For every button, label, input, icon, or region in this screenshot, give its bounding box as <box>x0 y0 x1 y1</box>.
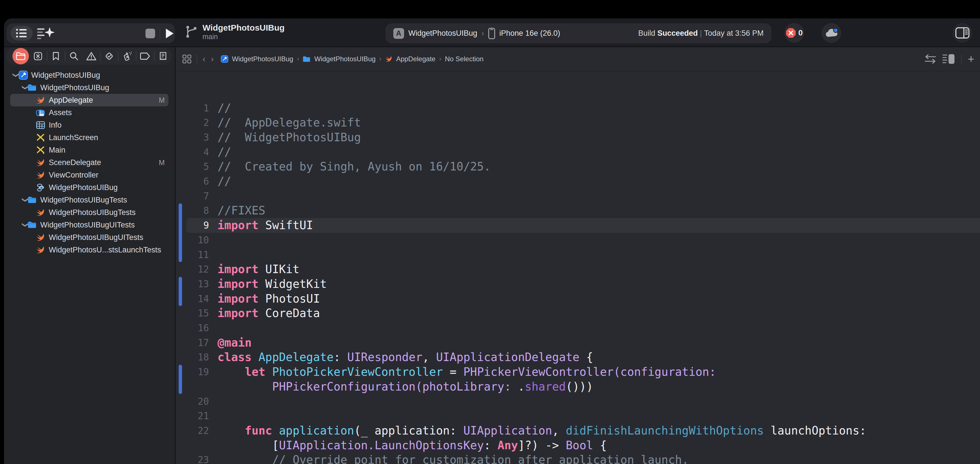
code-row[interactable]: 15import CoreData <box>175 306 980 321</box>
line-number[interactable]: 4 <box>175 145 209 159</box>
code-line[interactable]: //FIXES <box>218 203 977 218</box>
code-line[interactable]: import CoreData <box>218 306 977 321</box>
breadcrumb-item[interactable]: AppDelegate <box>396 55 436 63</box>
line-number[interactable]: 10 <box>175 233 209 247</box>
navigator-tab-project-navigator[interactable] <box>12 47 29 65</box>
issues-button[interactable]: 0 <box>784 23 804 43</box>
line-number[interactable]: 13 <box>175 277 209 292</box>
code-line[interactable]: import PhotosUI <box>218 292 977 306</box>
line-number[interactable]: 5 <box>175 159 209 174</box>
breadcrumb-item[interactable]: WidgetPhotosUIBug <box>232 55 293 63</box>
code-row[interactable]: 4// <box>175 145 980 159</box>
code-row[interactable]: 22 func application(_ application: UIApp… <box>175 423 980 438</box>
code-line[interactable]: // Created by Singh, Ayush on 16/10/25. <box>218 159 977 174</box>
line-number[interactable]: 11 <box>175 247 209 262</box>
line-number[interactable]: 8 <box>175 203 209 218</box>
line-number[interactable]: 9 <box>175 218 209 233</box>
line-number[interactable]: 1 <box>175 101 209 116</box>
file-row-WidgetPhotosUIBug[interactable]: ❯WidgetPhotosUIBug <box>4 69 175 81</box>
code-line[interactable]: import SwiftUI <box>218 218 977 233</box>
line-number[interactable]: 21 <box>175 409 209 423</box>
add-editor-button[interactable]: + <box>968 53 974 65</box>
code-row[interactable]: 11 <box>175 247 980 262</box>
line-number[interactable]: 20 <box>175 394 209 409</box>
code-row[interactable]: 20 <box>175 394 980 409</box>
code-line[interactable]: let PhotoPickerViewController = PHPicker… <box>218 365 977 379</box>
code-area[interactable]: 1//2// AppDelegate.swift3// WidgetPhotos… <box>175 71 980 464</box>
line-number[interactable]: 15 <box>175 306 209 321</box>
code-line[interactable]: // Override point for customization afte… <box>218 453 977 464</box>
stop-button[interactable] <box>145 29 155 38</box>
code-row[interactable]: 18class AppDelegate: UIResponder, UIAppl… <box>175 350 980 365</box>
code-line[interactable]: // WidgetPhotosUIBug <box>218 130 977 145</box>
code-line[interactable]: import WidgetKit <box>218 277 977 292</box>
file-row-WidgetPhotosUIBug[interactable]: eWidgetPhotosUIBug <box>4 181 175 194</box>
breadcrumb-item[interactable]: No Selection <box>445 55 484 63</box>
file-row-WidgetPhotosUIBugTests[interactable]: ❯WidgetPhotosUIBugTests <box>4 194 175 206</box>
file-row-WidgetPhotosUIBugUITests[interactable]: WidgetPhotosUIBugUITests <box>4 231 175 244</box>
line-number[interactable]: 17 <box>175 335 209 350</box>
code-line[interactable]: // <box>218 101 977 116</box>
code-row[interactable]: 1// <box>175 101 980 116</box>
file-row-Info[interactable]: Info <box>4 119 175 131</box>
file-row-ViewController[interactable]: ViewController <box>4 169 175 181</box>
line-number[interactable]: 16 <box>175 321 209 335</box>
code-row[interactable]: 17@main <box>175 335 980 350</box>
line-number[interactable]: 19 <box>175 365 209 379</box>
file-row-Assets[interactable]: Assets <box>4 106 175 119</box>
line-number[interactable]: 22 <box>175 423 209 438</box>
build-status[interactable]: Build Succeeded | Today at 3:56 PM <box>638 24 764 43</box>
target-name[interactable]: WidgetPhotosUIBug <box>408 29 477 38</box>
code-review-icon[interactable] <box>925 54 936 64</box>
code-row[interactable]: 19 let PhotoPickerViewController = PHPic… <box>175 365 980 379</box>
line-number[interactable]: 2 <box>175 115 209 130</box>
code-row[interactable]: 8//FIXES <box>175 203 980 218</box>
navigator-tab-debug[interactable] <box>119 47 136 65</box>
code-line[interactable]: @main <box>218 335 977 350</box>
code-row[interactable]: 14import PhotosUI <box>175 292 980 306</box>
code-row[interactable]: 3// WidgetPhotosUIBug <box>175 130 980 145</box>
line-number[interactable]: 14 <box>175 292 209 306</box>
code-line[interactable]: // AppDelegate.swift <box>218 115 977 130</box>
code-row[interactable]: 5// Created by Singh, Ayush on 16/10/25. <box>175 159 980 174</box>
navigator-tab-bookmarks[interactable] <box>47 47 65 65</box>
code-row[interactable]: 21 <box>175 409 980 423</box>
cloud-status-button[interactable] <box>822 23 841 43</box>
line-number[interactable]: 3 <box>175 130 209 145</box>
line-number[interactable]: 7 <box>175 189 209 204</box>
code-row[interactable]: 6// <box>175 174 980 189</box>
code-row[interactable]: 9import SwiftUI <box>175 218 980 233</box>
run-destination[interactable]: iPhone 16e (26.0) <box>500 29 560 38</box>
breadcrumb-item[interactable]: WidgetPhotosUIBug <box>314 55 375 63</box>
navigator-tab-breakpoints[interactable] <box>137 47 154 65</box>
inspector-toggle-button[interactable] <box>953 23 972 43</box>
target-app-icon[interactable]: A <box>393 28 404 39</box>
file-row-AppDelegate[interactable]: AppDelegateM <box>4 94 175 106</box>
code-line[interactable]: // <box>218 145 977 159</box>
code-line[interactable]: [UIApplication.LaunchOptionsKey: Any]?) … <box>218 438 977 453</box>
code-row[interactable]: 16 <box>175 321 980 335</box>
related-items-icon[interactable] <box>182 54 191 64</box>
navigator-tab-reports[interactable] <box>154 47 172 65</box>
line-number[interactable]: 12 <box>175 262 209 277</box>
code-row[interactable]: 2// AppDelegate.swift <box>175 115 980 130</box>
file-row-WidgetPhotosUIBug[interactable]: ❯WidgetPhotosUIBug <box>4 81 175 94</box>
scheme-section[interactable]: WidgetPhotosUIBug main <box>185 23 285 41</box>
code-line[interactable]: class AppDelegate: UIResponder, UIApplic… <box>218 350 977 365</box>
navigator-toggle-button[interactable] <box>11 26 33 41</box>
line-number[interactable]: 23 <box>175 453 209 464</box>
navigator-tab-find[interactable] <box>65 47 83 65</box>
run-button[interactable] <box>165 28 174 40</box>
code-row[interactable]: 23 // Override point for customization a… <box>175 453 980 464</box>
file-row-WidgetPhotosUIBugTests[interactable]: WidgetPhotosUIBugTests <box>4 206 175 218</box>
file-row-WidgetPhotosU-stsLaunchTests[interactable]: WidgetPhotosU...stsLaunchTests <box>4 244 175 256</box>
line-number[interactable]: 18 <box>175 350 209 365</box>
code-row[interactable]: 10 <box>175 233 980 247</box>
code-line[interactable]: PHPickerConfiguration(photoLibrary: .sha… <box>218 379 977 394</box>
code-line[interactable]: func application(_ application: UIApplic… <box>218 423 977 438</box>
code-row[interactable]: PHPickerConfiguration(photoLibrary: .sha… <box>175 379 980 394</box>
code-row[interactable]: 7 <box>175 189 980 204</box>
minimap-options-icon[interactable] <box>942 54 955 64</box>
file-row-LaunchScreen[interactable]: LaunchScreen <box>4 131 175 144</box>
line-number[interactable]: 6 <box>175 174 209 189</box>
